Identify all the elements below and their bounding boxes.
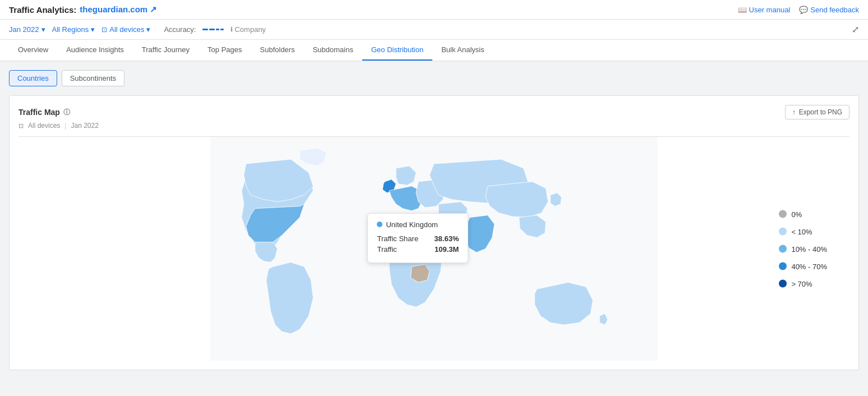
segment-subcontinents[interactable]: Subcontinents xyxy=(62,70,124,86)
devices-icon: ⊡ xyxy=(101,26,107,34)
tab-journey[interactable]: Traffic Journey xyxy=(133,40,198,61)
legend-dot-4 xyxy=(779,280,787,288)
upload-icon: ↑ xyxy=(792,108,796,116)
legend-dot-3 xyxy=(779,263,787,270)
acc-dash-3 xyxy=(216,29,219,30)
acc-dash-4 xyxy=(220,29,224,30)
legend-item-0: 0% xyxy=(779,210,827,218)
tooltip-traffic-row: Traffic 109.3M xyxy=(377,245,459,254)
tooltip-dot xyxy=(377,222,382,227)
company-label: ℹ Company xyxy=(230,25,266,34)
accuracy-indicator xyxy=(202,29,224,30)
segment-tabs: Countries Subcontinents xyxy=(9,70,859,86)
legend-item-4: > 70% xyxy=(779,279,827,288)
expand-button[interactable]: ⤢ xyxy=(852,24,859,35)
app-title: Traffic Analytics: xyxy=(9,5,76,15)
book-icon: 📖 xyxy=(738,6,747,14)
map-legend: 0% < 10% 10% - 40% 40% - 70% > 70% xyxy=(779,210,827,288)
tab-overview[interactable]: Overview xyxy=(9,40,57,61)
legend-dot-0 xyxy=(779,210,787,218)
card-meta: ⊡ All devices | Jan 2022 xyxy=(19,122,849,130)
card-info-icon[interactable]: ⓘ xyxy=(63,108,70,117)
devices-meta-icon: ⊡ xyxy=(19,122,24,130)
legend-dot-2 xyxy=(779,245,787,253)
tooltip-title: United Kingdom xyxy=(377,220,459,229)
chevron-down-icon: ▾ xyxy=(146,25,150,34)
top-bar-right: 📖 User manual 💬 Send feedback xyxy=(738,6,859,14)
external-link-icon: ↗ xyxy=(150,4,157,14)
meta-sep: | xyxy=(64,122,66,130)
card-header: Traffic Map ⓘ ↑ Export to PNG xyxy=(19,105,849,119)
send-feedback-button[interactable]: 💬 Send feedback xyxy=(799,6,859,14)
feedback-icon: 💬 xyxy=(799,6,808,14)
tooltip-traffic-share-row: Traffic Share 38.63% xyxy=(377,234,459,243)
traffic-map-card: Traffic Map ⓘ ↑ Export to PNG ⊡ All devi… xyxy=(9,95,859,370)
segment-countries[interactable]: Countries xyxy=(9,70,57,86)
filter-bar: Jan 2022 ▾ All Regions ▾ ⊡ All devices ▾… xyxy=(0,20,868,40)
tab-audience[interactable]: Audience Insights xyxy=(57,40,133,61)
acc-dash-1 xyxy=(202,29,208,30)
tab-subdomains[interactable]: Subdomains xyxy=(304,40,362,61)
chevron-down-icon: ▾ xyxy=(41,25,45,34)
devices-filter[interactable]: ⊡ All devices ▾ xyxy=(101,25,150,34)
tab-bulk[interactable]: Bulk Analysis xyxy=(432,40,493,61)
tab-top-pages[interactable]: Top Pages xyxy=(198,40,251,61)
tab-geo[interactable]: Geo Distribution xyxy=(362,40,432,61)
tab-subfolders[interactable]: Subfolders xyxy=(251,40,304,61)
main-content: Countries Subcontinents Traffic Map ⓘ ↑ … xyxy=(0,61,868,379)
top-bar: Traffic Analytics: theguardian.com ↗ 📖 U… xyxy=(0,0,868,20)
legend-item-3: 40% - 70% xyxy=(779,262,827,270)
country-tooltip: United Kingdom Traffic Share 38.63% Traf… xyxy=(367,213,468,263)
map-container: United Kingdom Traffic Share 38.63% Traf… xyxy=(19,136,849,361)
legend-dot-1 xyxy=(779,228,787,236)
nav-tabs: Overview Audience Insights Traffic Journ… xyxy=(0,40,868,61)
legend-item-1: < 10% xyxy=(779,227,827,236)
user-manual-button[interactable]: 📖 User manual xyxy=(738,6,791,14)
site-link[interactable]: theguardian.com ↗ xyxy=(80,4,157,15)
top-bar-left: Traffic Analytics: theguardian.com ↗ xyxy=(9,4,157,15)
card-title: Traffic Map ⓘ xyxy=(19,108,70,117)
region-filter[interactable]: All Regions ▾ xyxy=(52,25,95,34)
acc-dash-2 xyxy=(209,29,215,30)
chevron-down-icon: ▾ xyxy=(91,25,95,34)
date-filter[interactable]: Jan 2022 ▾ xyxy=(9,25,45,34)
legend-item-2: 10% - 40% xyxy=(779,245,827,253)
info-icon: ℹ xyxy=(230,26,233,33)
export-button[interactable]: ↑ Export to PNG xyxy=(785,105,849,119)
